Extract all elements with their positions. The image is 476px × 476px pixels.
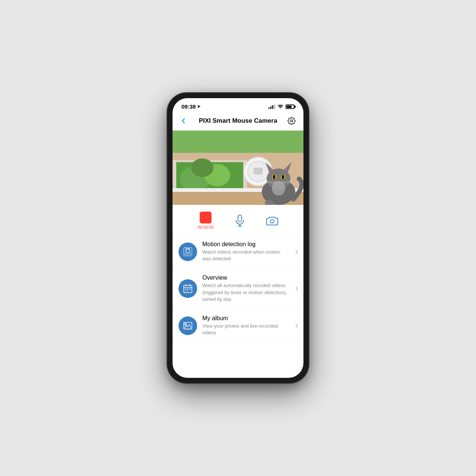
- overview-title: Overview: [202, 274, 289, 281]
- camera-snap-icon: [266, 215, 278, 226]
- svg-rect-46: [187, 289, 189, 290]
- svg-rect-49: [187, 290, 189, 292]
- svg-point-29: [272, 181, 285, 196]
- svg-rect-13: [254, 168, 263, 174]
- phone-frame: 09:38 ➤: [167, 93, 309, 383]
- motion-detection-icon: [183, 247, 193, 257]
- phone-device: 09:38 ➤: [167, 93, 309, 383]
- menu-item-my-album[interactable]: My album View your photos and live-recor…: [173, 309, 303, 342]
- svg-point-39: [187, 254, 189, 255]
- overview-icon: [183, 283, 193, 294]
- record-icon: [200, 212, 212, 223]
- my-album-subtitle: View your photos and live-recorded video…: [202, 323, 289, 336]
- motion-detection-chevron-icon: [294, 250, 298, 254]
- menu-item-overview[interactable]: Overview Watch all automatically recoded…: [173, 268, 303, 309]
- camera-scene: [173, 131, 303, 205]
- motion-detection-text: Motion detection log Watch videos record…: [202, 241, 289, 262]
- motion-detection-icon-circle: [178, 242, 197, 261]
- overview-subtitle: Watch all automatically recoded videos (…: [202, 282, 289, 303]
- svg-point-51: [185, 323, 187, 325]
- gear-icon: [287, 117, 296, 125]
- svg-rect-37: [186, 249, 190, 253]
- svg-rect-48: [185, 290, 186, 292]
- settings-button[interactable]: [286, 115, 298, 127]
- battery-icon: [286, 104, 295, 109]
- svg-rect-47: [189, 289, 191, 290]
- svg-point-35: [271, 221, 273, 222]
- microphone-icon: [234, 215, 246, 226]
- my-album-icon-circle: [178, 316, 197, 335]
- my-album-title: My album: [202, 315, 289, 322]
- camera-snapshot-button[interactable]: [266, 215, 278, 226]
- wifi-icon: [277, 104, 283, 109]
- my-album-chevron-icon: [294, 324, 298, 328]
- microphone-button[interactable]: [234, 215, 246, 226]
- status-bar: 09:38 ➤: [173, 98, 303, 113]
- action-row: 00:00:05: [173, 205, 303, 235]
- back-chevron-icon: [182, 118, 187, 123]
- svg-rect-45: [185, 289, 186, 290]
- status-time: 09:38 ➤: [181, 103, 200, 110]
- svg-point-40: [190, 253, 191, 254]
- motion-detection-subtitle: Watch videos recorded when motion was de…: [202, 249, 289, 262]
- svg-rect-52: [184, 328, 192, 329]
- nav-title: PIXI Smart Mouse Camera: [199, 117, 277, 125]
- nav-header: PIXI Smart Mouse Camera: [173, 113, 303, 131]
- motion-detection-title: Motion detection log: [202, 241, 289, 248]
- menu-list: Motion detection log Watch videos record…: [173, 235, 303, 350]
- svg-point-7: [191, 158, 213, 177]
- record-timer: 00:00:05: [198, 225, 214, 229]
- signal-icon: [268, 104, 275, 109]
- overview-chevron-icon: [294, 286, 298, 290]
- svg-point-23: [282, 175, 284, 179]
- camera-feed[interactable]: [173, 131, 303, 205]
- my-album-text: My album View your photos and live-recor…: [202, 315, 289, 336]
- record-button[interactable]: 00:00:05: [198, 212, 214, 229]
- overview-text: Overview Watch all automatically recoded…: [202, 274, 289, 303]
- svg-rect-31: [238, 215, 242, 222]
- menu-item-motion-detection[interactable]: Motion detection log Watch videos record…: [173, 235, 303, 268]
- time-display: 09:38: [181, 103, 196, 110]
- overview-icon-circle: [178, 279, 197, 298]
- my-album-icon: [183, 321, 193, 331]
- svg-point-0: [290, 120, 293, 122]
- location-icon: ➤: [197, 104, 200, 109]
- phone-screen: 09:38 ➤: [173, 98, 303, 378]
- svg-point-22: [273, 175, 275, 179]
- back-button[interactable]: [178, 115, 190, 127]
- status-icons: [268, 104, 295, 109]
- svg-point-38: [185, 253, 186, 254]
